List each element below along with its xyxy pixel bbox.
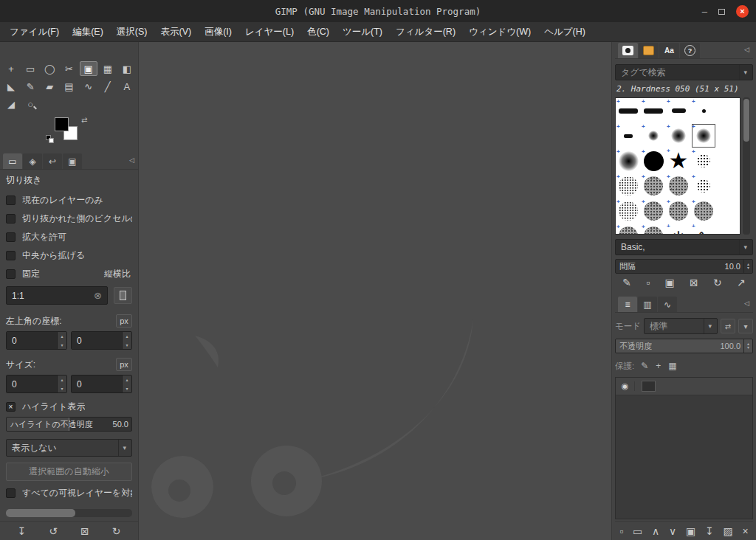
reset-options-icon[interactable]: ↻ (112, 526, 121, 536)
new-layer-group-icon[interactable]: ▭ (633, 526, 642, 536)
brush-item[interactable]: ★ (666, 148, 691, 173)
open-brush-as-image-icon[interactable]: ↗ (737, 277, 746, 288)
default-colors-icon[interactable] (46, 135, 56, 145)
clear-icon[interactable]: ⊗ (94, 290, 102, 301)
shrink-merged-checkbox[interactable] (6, 488, 16, 498)
checkbox[interactable] (6, 251, 16, 260)
lock-position-icon[interactable]: + (656, 361, 661, 370)
eraser-tool[interactable]: ▰ (41, 79, 58, 94)
restore-options-icon[interactable]: ↺ (49, 526, 58, 536)
brush-item[interactable] (616, 148, 641, 173)
minimize-button[interactable]: – (702, 7, 707, 16)
auto-shrink-button[interactable]: 選択範囲の自動縮小 (6, 463, 132, 481)
free-select-tool[interactable]: ◯ (41, 61, 58, 76)
brush-item[interactable] (616, 198, 641, 224)
zoom-tool[interactable]: ○ (21, 97, 39, 111)
menu-colors[interactable]: 色(C) (300, 22, 336, 42)
position-y-spinner[interactable]: ▴▾ (122, 332, 131, 349)
brush-tag-dropdown[interactable]: Basic, ▾ (615, 239, 753, 255)
fixed-checkbox[interactable] (6, 269, 16, 279)
tab-undo-history[interactable]: ↩ (43, 153, 62, 169)
tab-brushes[interactable] (618, 43, 638, 58)
brush-item[interactable] (691, 198, 716, 224)
brush-item[interactable] (666, 173, 691, 198)
tab-tool-options[interactable]: ▭ (3, 153, 22, 169)
brush-item[interactable] (691, 148, 716, 173)
ink-tool[interactable]: ╱ (99, 79, 117, 94)
checkbox[interactable] (6, 195, 16, 205)
brush-item[interactable]: ∿ (691, 224, 716, 235)
menu-file[interactable]: ファイル(F) (3, 22, 66, 42)
tag-search-input[interactable]: タグで検索 ▾ (615, 64, 753, 80)
tab-help[interactable]: ? (680, 43, 700, 58)
layer-row[interactable]: ◉ (616, 378, 752, 395)
switch-mode-group-icon[interactable]: ⇄ (721, 319, 735, 333)
spacing-slider[interactable]: 間隔 10.0 ▴▾ (615, 259, 753, 274)
configure-tab-icon[interactable]: ◁ (744, 46, 749, 53)
guide-lines-dropdown[interactable]: 表示しない ▾ (6, 439, 132, 457)
size-width-spinner[interactable]: ▴▾ (57, 375, 66, 392)
crop-tool[interactable]: ▣ (80, 61, 97, 76)
brush-item[interactable] (641, 224, 666, 235)
tab-images[interactable]: ▣ (63, 153, 82, 169)
brush-item[interactable] (616, 224, 641, 235)
text-tool[interactable]: A (118, 79, 136, 94)
highlight-checkbox[interactable]: × (6, 402, 16, 412)
position-unit-button[interactable]: px (116, 314, 132, 328)
duplicate-brush-icon[interactable]: ▣ (664, 277, 674, 288)
highlight-opacity-slider[interactable]: ハイライトの不透明度 50.0 (6, 417, 132, 432)
configure-tab-icon[interactable]: ◁ (744, 300, 749, 307)
brush-item[interactable]: ∗ (666, 224, 691, 235)
menu-tools[interactable]: ツール(T) (336, 22, 389, 42)
refresh-brushes-icon[interactable]: ↻ (713, 277, 722, 288)
checkbox[interactable] (6, 214, 16, 224)
checkbox[interactable] (6, 232, 16, 242)
menu-edit[interactable]: 編集(E) (66, 22, 110, 42)
opacity-spinner[interactable]: ▴▾ (743, 339, 752, 353)
brush-item[interactable] (641, 148, 666, 173)
edit-brush-icon[interactable]: ✎ (622, 277, 631, 288)
new-brush-icon[interactable]: ▫ (646, 277, 650, 288)
duplicate-layer-icon[interactable]: ▣ (686, 526, 695, 536)
position-y-input[interactable]: 0 ▴▾ (71, 331, 132, 350)
brush-item[interactable] (691, 173, 716, 198)
visibility-eye-icon[interactable]: ◉ (616, 381, 635, 391)
handle-transform-tool[interactable]: ◧ (118, 61, 136, 76)
add-layer-mask-icon[interactable]: ▨ (723, 526, 732, 536)
size-height-input[interactable]: 0 ▴▾ (71, 375, 132, 393)
menu-image[interactable]: 画像(I) (198, 22, 238, 42)
aspect-ratio-input[interactable]: 1:1 ⊗ (6, 286, 108, 305)
clone-tool[interactable]: ▤ (60, 79, 78, 94)
brush-item[interactable] (666, 198, 691, 224)
brush-item[interactable] (616, 173, 641, 198)
position-x-spinner[interactable]: ▴▾ (57, 332, 66, 349)
tab-fonts[interactable]: Aa (659, 43, 679, 58)
size-width-input[interactable]: 0 ▴▾ (6, 375, 67, 393)
scrollbar-thumb[interactable] (6, 509, 75, 517)
brush-item[interactable] (616, 123, 641, 148)
save-options-icon[interactable]: ↧ (18, 526, 27, 536)
position-x-input[interactable]: 0 ▴▾ (6, 331, 67, 350)
scissors-select-tool[interactable]: ✂ (60, 61, 78, 76)
mode-dropdown[interactable]: 標準 ▾ (644, 318, 718, 334)
brush-item[interactable] (616, 98, 641, 123)
smudge-tool[interactable]: ∿ (80, 79, 97, 94)
tab-device-status[interactable]: ◈ (23, 153, 42, 169)
raise-layer-icon[interactable]: ∧ (652, 526, 659, 536)
tab-paths[interactable]: ∿ (658, 297, 677, 312)
brush-item[interactable] (641, 198, 666, 224)
scrollbar-thumb[interactable] (743, 99, 749, 142)
fixed-mode-dropdown[interactable]: 縦横比 (104, 268, 132, 280)
unified-transform-tool[interactable]: ▦ (99, 61, 117, 76)
delete-brush-icon[interactable]: ⊠ (690, 277, 698, 288)
move-tool[interactable]: + (2, 61, 20, 76)
brush-item[interactable] (641, 173, 666, 198)
tab-channels[interactable]: ▥ (638, 297, 657, 312)
merge-down-icon[interactable]: ↧ (705, 526, 714, 536)
tool-options-scrollbar[interactable] (6, 509, 132, 517)
size-unit-button[interactable]: px (116, 358, 132, 371)
menu-filters[interactable]: フィルター(R) (389, 22, 462, 42)
menu-view[interactable]: 表示(V) (154, 22, 198, 42)
lower-layer-icon[interactable]: ∨ (669, 526, 676, 536)
lock-pixels-icon[interactable]: ✎ (641, 361, 648, 370)
